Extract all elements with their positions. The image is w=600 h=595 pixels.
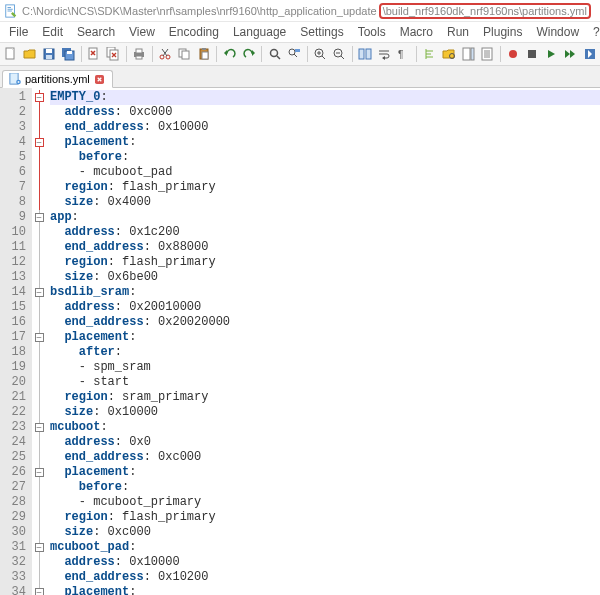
menu-plugins[interactable]: Plugins [476,23,529,41]
doc-list-button[interactable] [478,45,495,63]
line-number: 26 [2,465,26,480]
fold-marker[interactable]: − [32,465,46,480]
fold-marker [32,495,46,510]
undo-button[interactable] [221,45,238,63]
replace-button[interactable] [285,45,302,63]
svg-text:¶: ¶ [398,49,403,60]
show-all-button[interactable]: ¶ [395,45,412,63]
save-all-button[interactable] [59,45,76,63]
stop-macro-button[interactable] [524,45,541,63]
paste-button[interactable] [195,45,212,63]
line-number: 34 [2,585,26,595]
line-number: 20 [2,375,26,390]
line-number: 10 [2,225,26,240]
code-line: region: sram_primary [50,390,600,405]
code-line: - mcuboot_primary [50,495,600,510]
fold-marker[interactable]: − [32,540,46,555]
menu-encoding[interactable]: Encoding [162,23,226,41]
folder-button[interactable] [440,45,457,63]
file-tab[interactable]: partitions.yml [2,70,113,88]
fold-marker[interactable]: − [32,210,46,225]
find-button[interactable] [266,45,283,63]
menu-window[interactable]: Window [529,23,586,41]
new-file-button[interactable] [2,45,19,63]
line-number: 21 [2,390,26,405]
editor-window: C:\Nordic\NCS\SDK\Master\nrf\samples\nrf… [0,0,600,595]
fold-marker [32,510,46,525]
save-button[interactable] [40,45,57,63]
line-number: 31 [2,540,26,555]
fold-marker[interactable]: − [32,285,46,300]
save-macro-button[interactable] [581,45,598,63]
editor-area[interactable]: 1234567891011121314151617181920212223242… [0,88,600,595]
code-line: app: [50,210,600,225]
fold-marker [32,120,46,135]
menu-file[interactable]: File [2,23,35,41]
fast-play-button[interactable] [562,45,579,63]
open-file-button[interactable] [21,45,38,63]
word-wrap-icon [377,47,391,61]
line-number: 6 [2,165,26,180]
close-all-button[interactable] [105,45,122,63]
menu-settings[interactable]: Settings [293,23,350,41]
save-icon [42,47,56,61]
zoom-out-icon [332,47,346,61]
close-icon [95,75,104,84]
close-button[interactable] [85,45,102,63]
menu-macro[interactable]: Macro [393,23,440,41]
code-line: address: 0xc000 [50,105,600,120]
code-line: end_address: 0x10200 [50,570,600,585]
redo-icon [242,47,256,61]
copy-button[interactable] [176,45,193,63]
indent-guide-button[interactable] [421,45,438,63]
code-line: - mcuboot_pad [50,165,600,180]
menubar: FileEditSearchViewEncodingLanguageSettin… [0,22,600,42]
line-number: 3 [2,120,26,135]
record-macro-icon [506,47,520,61]
code-line: address: 0x10000 [50,555,600,570]
sync-button[interactable] [357,45,374,63]
menu-[interactable]: ? [586,23,600,41]
copy-icon [177,47,191,61]
fold-marker[interactable]: − [32,135,46,150]
menu-tools[interactable]: Tools [351,23,393,41]
fold-marker[interactable]: − [32,330,46,345]
toolbar-separator [307,46,308,62]
code-line: region: flash_primary [50,180,600,195]
code-content[interactable]: EMPTY_0: address: 0xc000 end_address: 0x… [46,88,600,595]
save-macro-icon [583,47,597,61]
tabbar: partitions.yml [0,66,600,88]
fold-marker [32,150,46,165]
menu-run[interactable]: Run [440,23,476,41]
play-macro-button[interactable] [543,45,560,63]
folder-icon [442,47,456,61]
menu-language[interactable]: Language [226,23,293,41]
zoom-in-icon [313,47,327,61]
fold-marker[interactable]: − [32,420,46,435]
line-number: 18 [2,345,26,360]
svg-rect-12 [136,49,142,53]
zoom-out-button[interactable] [331,45,348,63]
record-macro-button[interactable] [504,45,521,63]
doc-map-button[interactable] [459,45,476,63]
fold-marker[interactable]: − [32,90,46,105]
word-wrap-button[interactable] [376,45,393,63]
svg-rect-34 [528,50,536,58]
tab-close-button[interactable] [94,73,106,85]
fold-marker [32,450,46,465]
fold-marker[interactable]: − [32,585,46,595]
cut-button[interactable] [157,45,174,63]
print-button[interactable] [131,45,148,63]
redo-button[interactable] [240,45,257,63]
fold-marker [32,375,46,390]
zoom-in-button[interactable] [311,45,328,63]
fold-marker [32,105,46,120]
menu-search[interactable]: Search [70,23,122,41]
menu-edit[interactable]: Edit [35,23,70,41]
menu-view[interactable]: View [122,23,162,41]
svg-rect-17 [182,51,189,59]
line-number: 19 [2,360,26,375]
code-line: EMPTY_0: [50,90,600,105]
fold-marker [32,195,46,210]
fold-marker [32,255,46,270]
